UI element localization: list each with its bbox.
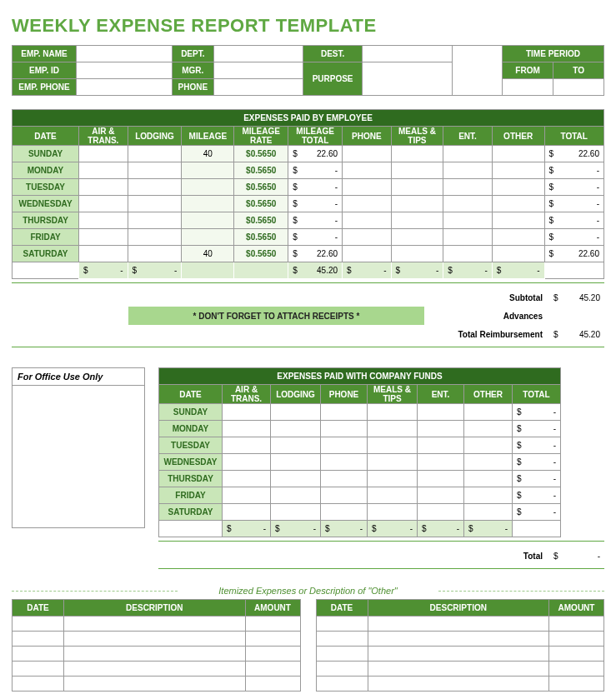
cell[interactable] xyxy=(128,246,182,262)
val-mgr[interactable] xyxy=(213,62,303,79)
cell[interactable] xyxy=(79,196,128,212)
mileage-cell[interactable] xyxy=(182,162,234,179)
cell[interactable] xyxy=(464,421,513,437)
cell[interactable] xyxy=(492,146,544,162)
cell[interactable] xyxy=(418,504,464,521)
cell[interactable] xyxy=(391,146,443,162)
val-phone[interactable] xyxy=(213,79,303,96)
cell[interactable] xyxy=(321,421,368,437)
cell[interactable] xyxy=(443,196,492,212)
cell[interactable] xyxy=(128,229,182,246)
cell[interactable] xyxy=(271,487,321,504)
val-dept[interactable] xyxy=(213,46,303,62)
cell[interactable] xyxy=(418,487,464,504)
table-row[interactable] xyxy=(13,662,301,677)
cell[interactable] xyxy=(418,437,464,454)
cell[interactable] xyxy=(492,196,544,212)
cell[interactable] xyxy=(464,471,513,487)
cell[interactable] xyxy=(464,504,513,521)
table-row[interactable] xyxy=(13,617,301,632)
cell[interactable] xyxy=(443,162,492,179)
cell[interactable] xyxy=(391,196,443,212)
cell[interactable] xyxy=(223,421,271,437)
cell[interactable] xyxy=(343,246,391,262)
cell[interactable] xyxy=(418,404,464,421)
cell[interactable] xyxy=(492,162,544,179)
val-emp-phone[interactable] xyxy=(76,79,172,96)
cell[interactable] xyxy=(321,487,368,504)
cell[interactable] xyxy=(492,229,544,246)
cell[interactable] xyxy=(128,162,182,179)
cell[interactable] xyxy=(443,229,492,246)
val-emp-id[interactable] xyxy=(76,62,172,79)
mileage-cell[interactable] xyxy=(182,229,234,246)
cell[interactable] xyxy=(79,229,128,246)
cell[interactable] xyxy=(271,471,321,487)
cell[interactable] xyxy=(492,246,544,262)
cell[interactable] xyxy=(343,179,391,196)
cell[interactable] xyxy=(223,404,271,421)
cell[interactable] xyxy=(223,504,271,521)
table-row[interactable] xyxy=(13,677,301,692)
cell[interactable] xyxy=(391,229,443,246)
cell[interactable] xyxy=(368,404,418,421)
cell[interactable] xyxy=(79,179,128,196)
cell[interactable] xyxy=(321,504,368,521)
mileage-cell[interactable] xyxy=(182,212,234,229)
cell[interactable] xyxy=(418,421,464,437)
mileage-cell[interactable]: 40 xyxy=(182,146,234,162)
cell[interactable] xyxy=(343,146,391,162)
cell[interactable] xyxy=(391,212,443,229)
cell[interactable] xyxy=(271,421,321,437)
cell[interactable] xyxy=(464,454,513,471)
cell[interactable] xyxy=(443,146,492,162)
cell[interactable] xyxy=(128,196,182,212)
cell[interactable] xyxy=(443,246,492,262)
cell[interactable] xyxy=(223,437,271,454)
cell[interactable] xyxy=(418,454,464,471)
cell[interactable] xyxy=(321,471,368,487)
cell[interactable] xyxy=(128,179,182,196)
cell[interactable] xyxy=(128,146,182,162)
mileage-cell[interactable] xyxy=(182,196,234,212)
cell[interactable] xyxy=(128,212,182,229)
cell[interactable] xyxy=(343,196,391,212)
val-from[interactable] xyxy=(502,79,553,96)
cell[interactable] xyxy=(368,487,418,504)
cell[interactable] xyxy=(343,212,391,229)
cell[interactable] xyxy=(368,504,418,521)
cell[interactable] xyxy=(321,437,368,454)
mileage-cell[interactable] xyxy=(182,179,234,196)
cell[interactable] xyxy=(271,504,321,521)
cell[interactable] xyxy=(368,421,418,437)
cell[interactable] xyxy=(464,487,513,504)
cell[interactable] xyxy=(223,471,271,487)
table-row[interactable] xyxy=(316,662,604,677)
cell[interactable] xyxy=(464,437,513,454)
val-to[interactable] xyxy=(553,79,604,96)
val-dest[interactable] xyxy=(363,46,452,62)
cell[interactable] xyxy=(492,179,544,196)
table-row[interactable] xyxy=(316,617,604,632)
cell[interactable] xyxy=(368,454,418,471)
cell[interactable] xyxy=(271,454,321,471)
advances-value[interactable] xyxy=(549,307,604,325)
val-purpose[interactable] xyxy=(363,62,452,96)
cell[interactable] xyxy=(271,437,321,454)
cell[interactable] xyxy=(79,162,128,179)
table-row[interactable] xyxy=(13,632,301,647)
cell[interactable] xyxy=(492,212,544,229)
cell[interactable] xyxy=(271,404,321,421)
cell[interactable] xyxy=(368,437,418,454)
table-row[interactable] xyxy=(13,647,301,662)
cell[interactable] xyxy=(79,146,128,162)
cell[interactable] xyxy=(223,487,271,504)
mileage-cell[interactable]: 40 xyxy=(182,246,234,262)
cell[interactable] xyxy=(391,246,443,262)
cell[interactable] xyxy=(391,179,443,196)
table-row[interactable] xyxy=(316,632,604,647)
cell[interactable] xyxy=(391,162,443,179)
cell[interactable] xyxy=(79,212,128,229)
val-emp-name[interactable] xyxy=(76,46,172,62)
cell[interactable] xyxy=(418,471,464,487)
